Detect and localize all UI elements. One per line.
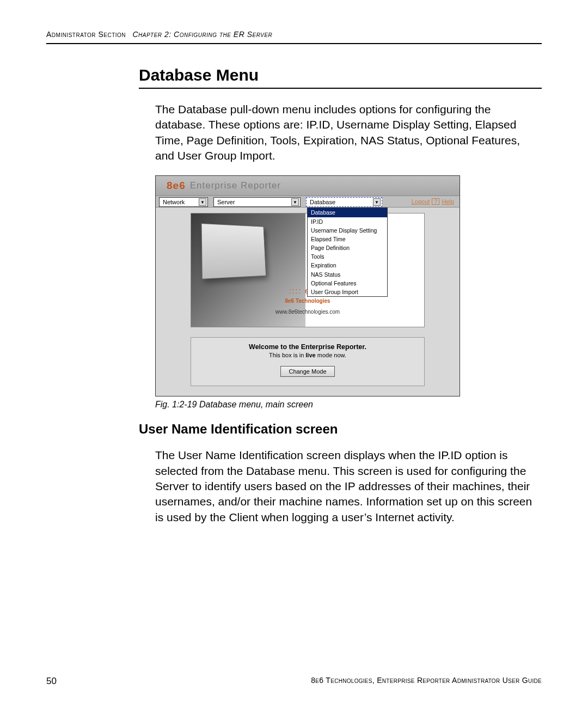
db-menu-item[interactable]: NAS Status: [308, 270, 387, 279]
database-dropdown[interactable]: Database ▼: [306, 197, 382, 207]
help-link[interactable]: Help: [442, 198, 454, 205]
db-menu-item[interactable]: User Group Import: [308, 288, 387, 296]
logout-link[interactable]: Logout: [412, 198, 430, 205]
app-body: Database IP.ID Username Display Setting …: [156, 208, 460, 396]
server-dropdown[interactable]: Server ▼: [213, 197, 301, 207]
running-header: Administrator Section Chapter 2: Configu…: [46, 30, 542, 44]
splash-company: 8e6 Technologies: [285, 298, 330, 304]
database-dropdown-label: Database: [310, 199, 335, 205]
splash-url: www.8e6technologies.com: [275, 309, 340, 315]
db-menu-item[interactable]: Optional Features: [308, 279, 387, 288]
db-menu-item[interactable]: Database: [308, 208, 387, 217]
db-menu-item[interactable]: Username Display Setting: [308, 226, 387, 235]
network-dropdown-label: Network: [163, 199, 185, 205]
heading-database-menu: Database Menu: [139, 66, 542, 89]
page-number: 50: [46, 676, 57, 687]
app-menubar: Network ▼ Server ▼ Database ▼ Logout ? H…: [156, 196, 460, 208]
paragraph-intro: The Database pull-down menu includes opt…: [155, 102, 536, 163]
help-icon[interactable]: ?: [432, 198, 439, 205]
db-menu-item[interactable]: Elapsed Time: [308, 235, 387, 243]
app-title: Enterprise Reporter: [190, 180, 281, 191]
change-mode-button[interactable]: Change Mode: [280, 366, 334, 377]
chevron-down-icon: ▼: [291, 198, 299, 206]
heading-username-identification: User Name Identification screen: [139, 422, 542, 437]
db-menu-item[interactable]: Expiration: [308, 261, 387, 270]
database-menu-list: Database IP.ID Username Display Setting …: [307, 208, 388, 297]
network-dropdown[interactable]: Network ▼: [159, 197, 208, 207]
db-menu-item[interactable]: Tools: [308, 252, 387, 261]
header-chapter: Chapter 2: Configuring the ER Server: [132, 30, 272, 39]
header-section: Administrator Section: [46, 30, 126, 39]
welcome-heading: Welcome to the Enterprise Reporter.: [195, 343, 420, 351]
welcome-mode-text: This box is in live mode now.: [195, 352, 420, 358]
figure-caption: Fig. 1:2-19 Database menu, main screen: [155, 400, 542, 410]
paragraph-username-id: The User Name Identification screen disp…: [155, 448, 536, 525]
app-logo: 8e6: [167, 180, 186, 192]
db-menu-item[interactable]: Page Definition: [308, 243, 387, 252]
welcome-panel: Welcome to the Enterprise Reporter. This…: [191, 337, 425, 386]
footer-text: 8e6 Technologies, Enterprise Reporter Ad…: [311, 676, 542, 687]
chevron-down-icon: ▼: [199, 198, 206, 206]
server-dropdown-label: Server: [217, 199, 235, 205]
page-footer: 50 8e6 Technologies, Enterprise Reporter…: [46, 676, 542, 687]
db-menu-item[interactable]: IP.ID: [308, 217, 387, 226]
app-titlebar: 8e6 Enterprise Reporter: [156, 176, 460, 196]
figure-screenshot: 8e6 Enterprise Reporter Network ▼ Server…: [155, 175, 460, 396]
chevron-down-icon: ▼: [373, 198, 381, 206]
